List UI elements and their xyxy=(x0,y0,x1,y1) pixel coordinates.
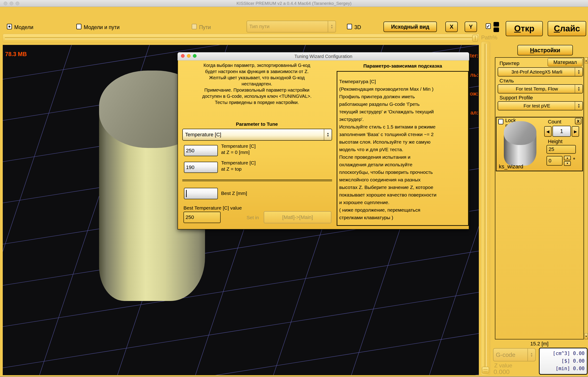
stepper-arrows-icon: ▲▼ xyxy=(575,102,583,110)
printer-label: Принтер xyxy=(500,60,519,66)
model-name-label: ks_wizard xyxy=(499,163,523,170)
remove-model-button[interactable]: X xyxy=(575,118,581,124)
best-temp-input[interactable]: 250 xyxy=(184,212,221,223)
threed-checkbox[interactable] xyxy=(347,24,352,29)
rotation-spinner[interactable]: ▲ ▼ xyxy=(564,156,571,166)
parameter-select[interactable]: Temperature [C] ▲▼ xyxy=(182,129,332,141)
path-type-value: Тип пути xyxy=(247,24,328,30)
parameter-to-tune-heading: Parameter to Tune xyxy=(178,121,335,127)
models-radio-label: Модели xyxy=(14,24,33,30)
path-percent-slider[interactable] xyxy=(3,34,479,43)
models-paths-label: Модели и пути xyxy=(84,24,119,30)
degree-symbol: ° xyxy=(573,157,575,163)
scroll-down-icon[interactable]: ▼ xyxy=(585,333,588,339)
height-label: Height xyxy=(548,139,563,144)
x-view-button[interactable]: X xyxy=(445,22,458,32)
dialog-title: Tuning Wizard Configuration xyxy=(178,52,469,60)
clipped-label: ter: xyxy=(470,53,478,59)
spin-down-icon[interactable]: ▼ xyxy=(564,161,571,166)
app-window: KISSlicer PREMIUM v2 a 0.4.4 Mac64 (Tara… xyxy=(0,0,588,377)
printer-select[interactable]: 3nt-Prof AzteegX5 Marli ▲▼ xyxy=(498,67,583,76)
z-value: 0.000 xyxy=(494,368,510,376)
separator xyxy=(182,180,332,181)
temp-ztop-input[interactable]: 190 xyxy=(184,162,218,173)
clipped-label: ал: xyxy=(470,110,478,116)
count-input[interactable]: 1 xyxy=(552,126,571,137)
count-decrement-button[interactable]: ◀ xyxy=(544,126,551,137)
stepper-arrows-icon: ▲▼ xyxy=(575,85,583,93)
models-paths-checkbox[interactable] xyxy=(76,24,81,29)
support-profile-select[interactable]: For test pVE ▲▼ xyxy=(498,101,583,110)
stepper-arrows-icon: ▲▼ xyxy=(328,21,336,32)
support-profile-value: For test pVE xyxy=(498,103,575,108)
extruder-display-checkbox[interactable]: ✓ xyxy=(486,23,491,29)
settings-button[interactable]: Настройки xyxy=(517,45,573,55)
paths-label: Пути xyxy=(199,24,211,30)
sidebar-scrollbar[interactable]: ▲ ▼ xyxy=(584,57,588,340)
count-label: Count xyxy=(548,119,561,125)
clipped-label: ож: xyxy=(470,91,478,97)
hint-heading: Параметро-зависимая подсказка xyxy=(337,63,469,69)
best-z-label: Best Z [mm] xyxy=(221,190,247,196)
path-type-select: Тип пути ▲▼ xyxy=(247,21,336,33)
style-value: For test Temp, Flow xyxy=(498,86,575,92)
temp-ztop-label: Temperature [C] at Z = top xyxy=(221,160,256,172)
style-label: Стиль xyxy=(500,78,514,84)
stepper-arrows-icon: ▲▼ xyxy=(527,349,535,361)
printer-value: 3nt-Prof AzteegX5 Marli xyxy=(498,69,575,75)
sidebar: Настройки Материал Принтер 3nt-Prof Azte… xyxy=(491,7,588,377)
window-title: KISSlicer PREMIUM v2 a 0.4.4 Mac64 (Tara… xyxy=(0,0,588,7)
threed-label: 3D xyxy=(354,24,361,30)
rotation-input[interactable]: 0 xyxy=(547,156,563,165)
slider-handle[interactable] xyxy=(482,367,489,374)
z-slider[interactable] xyxy=(481,42,490,375)
slider-groove xyxy=(485,44,487,373)
models-radio[interactable] xyxy=(7,24,12,29)
gcode-value: G-code xyxy=(494,351,527,358)
slider-handle[interactable] xyxy=(472,35,478,42)
reset-view-button[interactable]: Исходный вид xyxy=(383,22,437,32)
temp-z0-input[interactable]: 250 xyxy=(184,145,218,156)
lock-paths-checkbox[interactable] xyxy=(498,119,503,124)
check-icon: ✓ xyxy=(487,24,490,29)
material-button[interactable]: Материал xyxy=(548,58,583,66)
count-increment-button[interactable]: ▶ xyxy=(572,126,579,137)
total-length-label: 15.2 [m] xyxy=(495,341,584,347)
height-input[interactable]: 25 xyxy=(547,145,576,154)
stepper-arrows-icon: ▲▼ xyxy=(575,68,583,76)
memory-usage-label: 78.3 MB xyxy=(5,51,27,58)
window-titlebar: KISSlicer PREMIUM v2 a 0.4.4 Mac64 (Tara… xyxy=(0,0,588,7)
model-thumbnail[interactable] xyxy=(503,121,538,166)
gcode-select: G-code ▲▼ xyxy=(493,348,536,361)
parameter-value: Temperature [C] xyxy=(183,132,324,138)
spin-up-icon[interactable]: ▲ xyxy=(564,156,571,160)
scroll-up-icon[interactable]: ▲ xyxy=(585,58,588,63)
radio-dot-icon xyxy=(9,26,10,27)
print-stats: [cm^3] 0.00 [$] 0.00 [min] 0.00 xyxy=(539,348,588,375)
temp-z0-label: Temperature [C] at Z = 0 [mm] xyxy=(221,143,256,155)
style-select[interactable]: For test Temp, Flow ▲▼ xyxy=(498,84,583,94)
clipped-label: ль: xyxy=(470,72,478,78)
y-view-button[interactable]: Y xyxy=(465,22,477,32)
profiles-panel: Материал Принтер 3nt-Prof AzteegX5 Marli… xyxy=(495,57,584,340)
set-in-button: [Matl]->[Main] xyxy=(264,211,331,223)
z-value-label: Z value xyxy=(494,362,512,369)
thumb-cylinder-top xyxy=(504,121,536,145)
best-z-input[interactable] xyxy=(184,188,218,199)
best-temp-label: Best Temperature [C] value xyxy=(184,205,242,211)
slider-groove xyxy=(5,37,477,39)
dialog-intro-text: Когда выбран параметр, экспортированный … xyxy=(178,62,335,106)
tuning-wizard-dialog: Tuning Wizard Configuration Когда выбран… xyxy=(177,52,469,229)
support-profile-label: Support Profile xyxy=(500,95,533,101)
dialog-titlebar[interactable]: Tuning Wizard Configuration xyxy=(177,52,469,60)
paths-checkbox xyxy=(192,24,197,29)
dialog-body: Когда выбран параметр, экспортированный … xyxy=(177,60,469,229)
hint-text: Температура [C] (Рекомендация производит… xyxy=(337,71,469,226)
set-in-label: Set in xyxy=(247,214,259,221)
text-caret xyxy=(186,190,187,197)
stepper-arrows-icon: ▲▼ xyxy=(324,129,332,140)
model-panel: Lock Paths Count X ◀ 1 ▶ Height 25 0 ▲ ▼… xyxy=(496,117,583,171)
